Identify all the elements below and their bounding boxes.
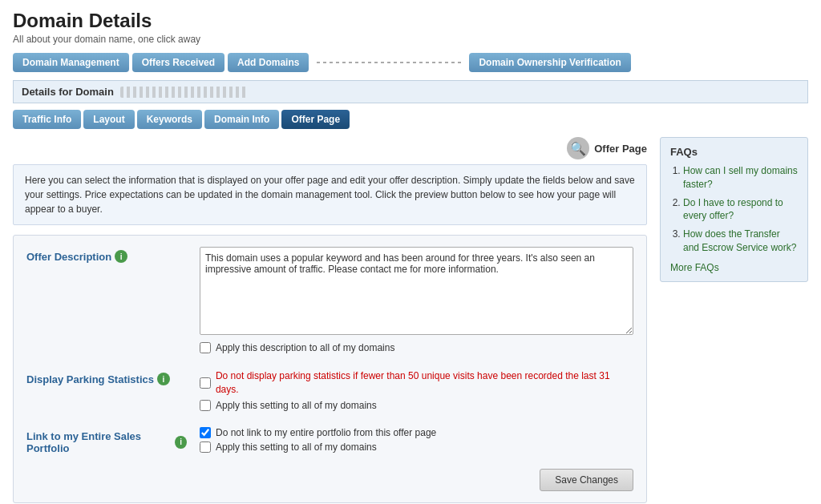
offer-description-textarea[interactable]: This domain uses a popular keyword and h… (200, 247, 633, 335)
search-icon: 🔍 (567, 137, 589, 159)
more-faqs-link[interactable]: More FAQs (670, 262, 719, 273)
domain-info-tab[interactable]: Domain Info (204, 110, 279, 129)
link-portfolio-nolink-checkbox[interactable] (200, 427, 211, 438)
parking-apply-checkbox[interactable] (200, 400, 211, 411)
form-section: Offer Description i This domain uses a p… (13, 235, 647, 503)
offer-page-preview-label[interactable]: Offer Page (594, 143, 647, 155)
info-box: Here you can select the information that… (13, 164, 647, 225)
domain-name-blurred (120, 87, 249, 98)
parking-stats-row: Display Parking Statistics i Do not disp… (26, 369, 633, 414)
offer-description-row: Offer Description i This domain uses a p… (26, 247, 633, 357)
add-domains-btn[interactable]: Add Domains (228, 53, 309, 72)
offer-page-tab[interactable]: Offer Page (281, 110, 350, 129)
faq-list: How can I sell my domains faster? Do I h… (670, 164, 798, 255)
parking-no-display-checkbox[interactable] (200, 377, 211, 389)
apply-desc-label: Apply this description to all of my doma… (216, 342, 394, 353)
faq-link-3[interactable]: How does the Transfer and Escrow Service… (683, 228, 796, 253)
faq-link-2[interactable]: Do I have to respond to every offer? (683, 197, 783, 222)
save-changes-button[interactable]: Save Changes (540, 469, 633, 491)
link-portfolio-row: Link to my Entire Sales Portfolio i Do n… (26, 427, 633, 456)
faq-title: FAQs (670, 146, 798, 158)
offer-page-preview: 🔍 Offer Page (13, 137, 647, 159)
link-portfolio-nolink-label: Do not link to my entire portfolio from … (216, 427, 436, 438)
link-portfolio-apply-checkbox[interactable] (200, 442, 211, 453)
main-content: 🔍 Offer Page Here you can select the inf… (13, 137, 647, 503)
link-portfolio-nolink-row: Do not link to my entire portfolio from … (200, 427, 633, 438)
faq-item-3: How does the Transfer and Escrow Service… (683, 228, 798, 255)
offer-description-controls: This domain uses a popular keyword and h… (200, 247, 633, 357)
keywords-tab[interactable]: Keywords (137, 110, 202, 129)
parking-stats-controls: Do not display parking statistics if few… (200, 369, 633, 414)
parking-no-display-label: Do not display parking statistics if few… (216, 369, 633, 397)
offer-desc-checkbox-row: Apply this description to all of my doma… (200, 342, 633, 353)
faq-box: FAQs How can I sell my domains faster? D… (660, 137, 808, 282)
tab-bar: Traffic Info Layout Keywords Domain Info… (13, 110, 808, 129)
parking-apply-row: Apply this setting to all of my domains (200, 400, 633, 411)
link-portfolio-apply-label: Apply this setting to all of my domains (216, 442, 377, 453)
offer-description-label: Offer Description i (26, 247, 187, 263)
sidebar: FAQs How can I sell my domains faster? D… (660, 137, 808, 282)
parking-apply-label: Apply this setting to all of my domains (216, 400, 377, 411)
top-nav: Domain Management Offers Received Add Do… (13, 53, 808, 72)
domain-details-bar: Details for Domain (13, 80, 808, 103)
link-portfolio-controls: Do not link to my entire portfolio from … (200, 427, 633, 456)
faq-item-1: How can I sell my domains faster? (683, 164, 798, 192)
nav-divider (317, 62, 461, 63)
link-portfolio-apply-row: Apply this setting to all of my domains (200, 442, 633, 453)
link-portfolio-label: Link to my Entire Sales Portfolio i (26, 427, 187, 454)
faq-link-1[interactable]: How can I sell my domains faster? (683, 165, 798, 190)
info-text: Here you can select the information that… (25, 175, 635, 215)
link-portfolio-info-icon[interactable]: i (175, 436, 187, 449)
layout-tab[interactable]: Layout (83, 110, 134, 129)
traffic-info-tab[interactable]: Traffic Info (13, 110, 81, 129)
page-title: Domain Details (13, 10, 808, 32)
domain-details-label: Details for Domain (22, 86, 114, 98)
parking-stats-label: Display Parking Statistics i (26, 369, 187, 385)
save-row: Save Changes (26, 469, 633, 491)
domain-ownership-btn[interactable]: Domain Ownership Verification (469, 53, 630, 72)
parking-stats-info-icon[interactable]: i (157, 373, 170, 385)
offer-description-info-icon[interactable]: i (115, 250, 127, 263)
apply-desc-checkbox[interactable] (200, 342, 211, 353)
offers-received-btn[interactable]: Offers Received (132, 53, 224, 72)
page-subtitle: All about your domain name, one click aw… (13, 34, 808, 45)
parking-no-display-row: Do not display parking statistics if few… (200, 369, 633, 397)
domain-management-btn[interactable]: Domain Management (13, 53, 129, 72)
faq-item-2: Do I have to respond to every offer? (683, 196, 798, 224)
